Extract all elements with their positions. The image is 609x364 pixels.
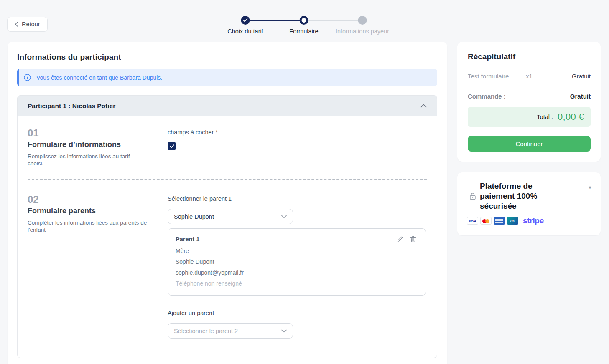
section-1-description: Remplissez les informations liées au tar… [28, 153, 145, 167]
amex-icon [494, 217, 505, 225]
chevron-down-icon [281, 215, 287, 218]
participant-accordion-header[interactable]: Participant 1 : Nicolas Potier [17, 95, 437, 116]
summary-divider [468, 86, 591, 86]
select-parent-1-value: Sophie Dupont [174, 213, 214, 220]
back-button[interactable]: Retour [7, 17, 48, 32]
section-parents: 02 Formulaire parents Compléter les info… [28, 191, 427, 339]
parent-role: Mère [176, 247, 418, 255]
continue-button[interactable]: Continuer [468, 136, 591, 152]
total-value: 0,00 € [558, 111, 584, 122]
step-connector-done [245, 20, 304, 21]
page-content: Informations du participant Vous êtes co… [0, 42, 609, 364]
delete-parent-button[interactable] [410, 236, 416, 243]
back-button-label: Retour [22, 21, 40, 28]
section-1-title: Formulaire d’informations [28, 140, 168, 149]
checkbox-field-label: champs à cocher * [168, 129, 427, 136]
side-column: Récapitulatif Test formulaire x1 Gratuit… [457, 42, 601, 235]
parent-name: Sophie Dupont [176, 258, 418, 266]
parent-email: sophie.dupont@yopmail.fr [176, 268, 418, 277]
section-2-intro: 02 Formulaire parents Compléter les info… [28, 191, 168, 339]
progress-stepper: Choix du tarif Formulaire Informations p… [216, 16, 392, 35]
stripe-logo: stripe [523, 216, 544, 225]
select-parent-2-placeholder: Sélectionner le parent 2 [174, 328, 238, 334]
section-2-number: 02 [28, 194, 168, 205]
step-2-active-dot[interactable] [300, 16, 308, 25]
trash-icon [410, 236, 416, 243]
check-icon [170, 144, 174, 148]
section-informations: 01 Formulaire d’informations Remplissez … [28, 125, 427, 167]
order-label: Commande : [468, 93, 506, 100]
top-bar: Retour Choix du tarif Formulaire Informa… [0, 0, 609, 42]
chevron-up-icon[interactable] [420, 104, 427, 108]
logged-in-banner-text: Vous êtes connecté en tant que Barbara D… [36, 74, 162, 81]
section-1-number: 01 [28, 127, 168, 139]
section-2-fields: Sélectionner le parent 1 Sophie Dupont P… [168, 191, 427, 339]
participant-info-card: Informations du participant Vous êtes co… [8, 42, 447, 364]
participant-accordion-body: 01 Formulaire d’informations Remplissez … [17, 116, 437, 358]
section-2-description: Compléter les informations liées aux par… [28, 219, 153, 233]
parent-1-card: Parent 1 [168, 228, 426, 296]
step-2-label: Formulaire [275, 28, 333, 35]
card-brands-row: VISA CB stripe [466, 216, 591, 225]
edit-parent-button[interactable] [397, 236, 403, 243]
chevron-down-icon [281, 329, 287, 333]
pencil-icon [397, 236, 403, 243]
step-1-label: Choix du tarif [216, 28, 275, 35]
add-parent-label: Ajouter un parent [168, 310, 427, 316]
parent-phone-status: Téléphone non renseigné [176, 279, 418, 288]
step-3-label: Informations payeur [333, 28, 392, 35]
info-icon [24, 74, 31, 81]
page-title: Informations du participant [17, 53, 437, 62]
secure-payment-card: Plateforme de paiement 100% sécurisée ▼ … [457, 172, 601, 235]
order-row: Commande : Gratuit [468, 93, 591, 100]
total-label: Total : [537, 114, 553, 120]
select-parent-2[interactable]: Sélectionner le parent 2 [168, 323, 293, 339]
line-item-name: Test formulaire [468, 73, 517, 80]
section-1-fields: champs à cocher * [168, 125, 427, 167]
chevron-left-icon [15, 22, 18, 27]
check-icon [243, 18, 248, 22]
line-item-price: Gratuit [542, 73, 591, 80]
select-parent-1-label: Sélectionner le parent 1 [168, 195, 427, 202]
participant-accordion-title: Participant 1 : Nicolas Potier [28, 102, 115, 110]
parent-card-title: Parent 1 [176, 236, 199, 243]
select-parent-1[interactable]: Sophie Dupont [168, 209, 293, 224]
cb-icon: CB [507, 217, 518, 225]
logged-in-banner: Vous êtes connecté en tant que Barbara D… [17, 69, 437, 86]
step-1-completed-dot[interactable] [241, 16, 250, 25]
section-divider [28, 179, 427, 180]
section-1-intro: 01 Formulaire d’informations Remplissez … [28, 125, 168, 167]
summary-card: Récapitulatif Test formulaire x1 Gratuit… [457, 42, 601, 162]
chevron-down-icon[interactable]: ▼ [588, 185, 592, 190]
visa-icon: VISA [467, 217, 478, 225]
line-item-qty: x1 [517, 73, 542, 80]
order-value: Gratuit [570, 93, 591, 100]
mastercard-icon [480, 217, 492, 225]
participant-accordion: Participant 1 : Nicolas Potier 01 Formul… [17, 95, 437, 358]
summary-title: Récapitulatif [468, 52, 591, 61]
lock-icon [469, 192, 476, 200]
section-2-title: Formulaire parents [28, 207, 168, 215]
step-connector-upcoming [304, 20, 362, 21]
secure-payment-title: Plateforme de paiement 100% sécurisée [480, 181, 559, 211]
summary-line-item: Test formulaire x1 Gratuit [468, 73, 591, 80]
total-box: Total : 0,00 € [468, 107, 591, 127]
step-3-upcoming-dot [358, 16, 367, 25]
checkbox-checked[interactable] [168, 142, 176, 150]
